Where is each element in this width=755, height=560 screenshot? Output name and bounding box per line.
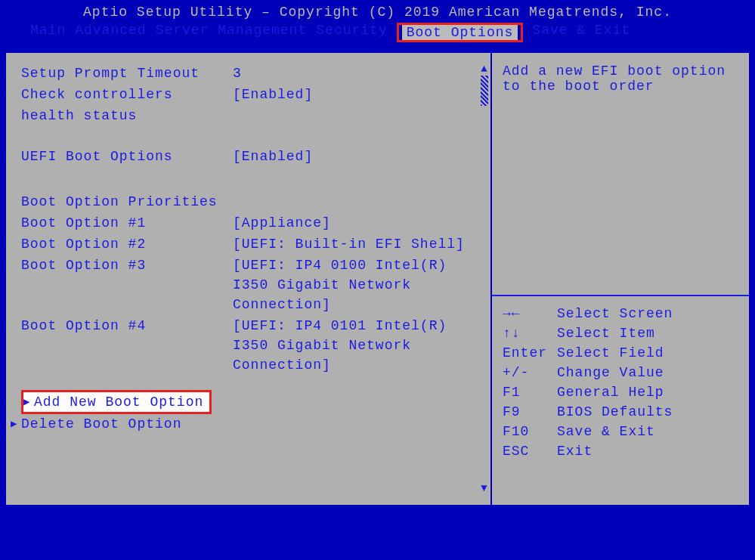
hotkey-bios-defaults: F9 BIOS Defaults <box>503 402 738 422</box>
setting-label: Boot Option #4 <box>21 316 233 375</box>
hotkey-key: F1 <box>503 382 557 402</box>
triangle-right-icon: ▶ <box>23 392 34 412</box>
setting-label: Setup Prompt Timeout <box>21 63 233 83</box>
help-text: Add a new EFI boot option to the boot or… <box>503 63 738 94</box>
menu-label: Add New Boot Option <box>34 392 203 412</box>
hotkey-key: F10 <box>503 422 557 441</box>
setting-label: UEFI Boot Options <box>21 147 233 166</box>
setting-value: [UEFI: IP4 0101 Intel(R) I350 Gigabit Ne… <box>233 316 484 375</box>
hotkey-key: ESC <box>503 441 557 461</box>
bios-header: Aptio Setup Utility – Copyright (C) 2019… <box>0 0 755 51</box>
hotkey-key: ↑↓ <box>503 323 557 343</box>
hotkey-label: Select Screen <box>557 304 673 323</box>
section-boot-priorities: Boot Option Priorities <box>21 192 484 212</box>
scroll-up-icon: ▲ <box>480 63 489 74</box>
setting-uefi-boot-options[interactable]: UEFI Boot Options [Enabled] <box>21 147 484 166</box>
setting-label: Boot Option #1 <box>21 213 233 233</box>
hotkey-label: General Help <box>557 382 664 402</box>
tab-boot-options[interactable]: Boot Options <box>402 25 518 40</box>
hotkey-exit: ESC Exit <box>503 441 738 461</box>
settings-pane: Setup Prompt Timeout 3 Check controllers… <box>6 53 490 505</box>
hotkey-key: +/- <box>503 363 557 382</box>
setting-value: [UEFI: IP4 0100 Intel(R) I350 Gigabit Ne… <box>233 255 484 314</box>
hotkey-label: Change Value <box>557 363 664 382</box>
setting-value: [Enabled] <box>233 147 484 166</box>
hotkey-label: Select Item <box>557 323 655 343</box>
hotkey-label: Select Field <box>557 343 664 363</box>
tab-security[interactable]: Security <box>316 23 387 42</box>
bios-title: Aptio Setup Utility – Copyright (C) 2019… <box>0 5 755 20</box>
tab-advanced[interactable]: Advanced <box>75 23 146 42</box>
hotkey-key: Enter <box>503 343 557 363</box>
setting-boot-option-3[interactable]: Boot Option #3 [UEFI: IP4 0100 Intel(R) … <box>21 255 484 314</box>
help-divider <box>492 295 749 296</box>
hotkey-list: →← Select Screen ↑↓ Select Item Enter Se… <box>503 304 738 494</box>
content-area: Setup Prompt Timeout 3 Check controllers… <box>5 51 750 506</box>
setting-value: [Enabled] <box>233 85 484 104</box>
setting-value: [UEFI: Built-in EFI Shell] <box>233 234 484 254</box>
setting-health-status: health status <box>21 106 484 125</box>
setting-setup-prompt-timeout[interactable]: Setup Prompt Timeout 3 <box>21 63 484 83</box>
menu-label: Delete Boot Option <box>21 414 181 434</box>
bios-footer <box>0 512 755 558</box>
menu-delete-boot-option[interactable]: ▶ Delete Boot Option <box>11 414 484 434</box>
help-pane: Add a new EFI boot option to the boot or… <box>492 53 749 505</box>
hotkey-select-screen: →← Select Screen <box>503 304 738 323</box>
tab-save-exit[interactable]: Save & Exit <box>532 23 630 42</box>
hotkey-key: →← <box>503 304 557 323</box>
setting-label: Boot Option #3 <box>21 255 233 314</box>
hotkey-save-exit: F10 Save & Exit <box>503 422 738 441</box>
scroll-down-icon: ▼ <box>480 482 489 494</box>
hotkey-label: Exit <box>557 441 593 461</box>
hotkey-label: Save & Exit <box>557 422 655 441</box>
setting-boot-option-2[interactable]: Boot Option #2 [UEFI: Built-in EFI Shell… <box>21 234 484 254</box>
tab-bar: Main Advanced Server Management Security… <box>0 20 755 47</box>
setting-value: 3 <box>233 63 484 83</box>
setting-label: Check controllers <box>21 85 233 104</box>
hotkey-select-field: Enter Select Field <box>503 343 738 363</box>
tab-server-management[interactable]: Server Management <box>156 23 308 42</box>
setting-boot-option-1[interactable]: Boot Option #1 [Appliance] <box>21 213 484 233</box>
scrollbar[interactable]: ▲ ▼ <box>480 63 489 494</box>
tab-main[interactable]: Main <box>30 23 66 42</box>
setting-value: [Appliance] <box>233 213 484 233</box>
menu-add-new-boot-option[interactable]: ▶ Add New Boot Option <box>23 392 209 412</box>
setting-label: health status <box>21 106 233 125</box>
hotkey-general-help: F1 General Help <box>503 382 738 402</box>
setting-label: Boot Option #2 <box>21 234 233 254</box>
hotkey-key: F9 <box>503 402 557 422</box>
hotkey-change-value: +/- Change Value <box>503 363 738 382</box>
triangle-right-icon: ▶ <box>11 414 21 434</box>
scroll-thumb <box>481 76 488 106</box>
setting-check-controllers[interactable]: Check controllers [Enabled] <box>21 85 484 104</box>
hotkey-select-item: ↑↓ Select Item <box>503 323 738 343</box>
setting-boot-option-4[interactable]: Boot Option #4 [UEFI: IP4 0101 Intel(R) … <box>21 316 484 375</box>
selection-highlight: ▶ Add New Boot Option <box>21 390 212 414</box>
hotkey-label: BIOS Defaults <box>557 402 673 422</box>
tab-highlight: Boot Options <box>397 23 524 42</box>
